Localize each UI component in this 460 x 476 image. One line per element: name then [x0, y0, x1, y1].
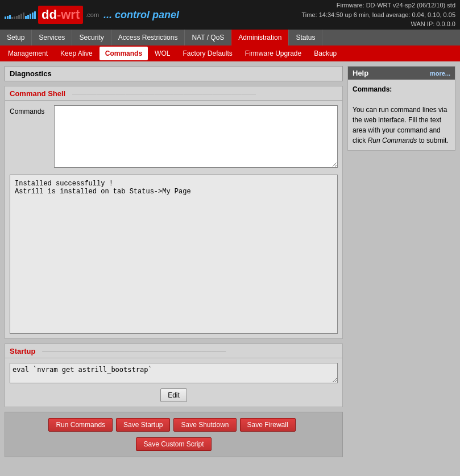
help-header: Help more... — [348, 67, 455, 80]
bar9 — [23, 13, 24, 19]
bar3 — [9, 15, 11, 19]
help-more-link[interactable]: more... — [430, 70, 450, 77]
command-shell-title: Command Shell ──────────────────────────… — [5, 86, 342, 101]
logo-wrapper: dd-wrt .com ... control panel — [5, 6, 179, 24]
startup-input[interactable] — [10, 363, 338, 383]
sub-tab-firmware[interactable]: Firmware Upgrade — [239, 47, 307, 60]
nav-tab-access[interactable]: Access Restrictions — [111, 30, 185, 45]
help-panel: Help more... Commands: You can run comma… — [347, 66, 455, 457]
header-info: Firmware: DD-WRT v24-sp2 (06/12/10) std … — [302, 1, 456, 29]
diagnostics-title: Diagnostics — [10, 69, 52, 78]
main-content: Diagnostics Command Shell ──────────────… — [5, 66, 343, 457]
help-section-label: Commands: — [353, 85, 392, 93]
nav-tab-security[interactable]: Security — [72, 30, 111, 45]
bar5 — [14, 16, 15, 19]
nav-tab-setup[interactable]: Setup — [0, 30, 32, 45]
startup-body: Edit — [5, 358, 342, 407]
nav-tab-status[interactable]: Status — [289, 30, 322, 45]
startup-section: Startup ────────────────────────────────… — [5, 343, 343, 407]
command-shell-body: Commands — [5, 101, 342, 172]
bottom-buttons: Run Commands Save Startup Save Shutdown … — [5, 412, 343, 457]
bar13 — [32, 13, 34, 19]
help-body-text: You can run command lines via the web in… — [353, 106, 449, 144]
logo-box: dd-wrt — [38, 6, 83, 24]
bar1 — [5, 16, 6, 19]
sub-tab-keepalive[interactable]: Keep Alive — [55, 47, 98, 60]
command-shell-section: Command Shell ──────────────────────────… — [5, 86, 343, 339]
command-output: Installed successfully ! Astrill is inst… — [10, 175, 338, 334]
save-startup-button[interactable]: Save Startup — [116, 418, 170, 432]
sub-tab-management[interactable]: Management — [2, 47, 53, 60]
help-box: Help more... Commands: You can run comma… — [347, 66, 455, 151]
help-title: Help — [353, 69, 368, 77]
sub-tab-wol[interactable]: WOL — [149, 47, 176, 60]
sub-tab-factory[interactable]: Factory Defaults — [177, 47, 238, 60]
control-panel-label: ... control panel — [103, 9, 179, 21]
save-custom-script-button[interactable]: Save Custom Script — [136, 437, 211, 451]
edit-btn-row: Edit — [10, 388, 338, 402]
edit-button[interactable]: Edit — [160, 388, 187, 402]
bar10 — [25, 16, 27, 19]
run-commands-button[interactable]: Run Commands — [48, 418, 113, 432]
signal-bars — [5, 11, 36, 19]
bar11 — [27, 15, 29, 19]
sub-tab-backup[interactable]: Backup — [308, 47, 342, 60]
commands-label: Commands — [10, 105, 49, 115]
bar14 — [34, 11, 36, 19]
firmware-text: Firmware: DD-WRT v24-sp2 (06/12/10) std — [302, 1, 456, 10]
content-wrapper: Diagnostics Command Shell ──────────────… — [0, 61, 460, 462]
save-firewall-button[interactable]: Save Firewall — [240, 418, 296, 432]
logo-domain: .com — [85, 11, 99, 18]
bar8 — [20, 14, 22, 19]
bar12 — [30, 14, 31, 19]
sub-tabs: ManagementKeep AliveCommandsWOLFactory D… — [0, 45, 460, 61]
nav-tab-services[interactable]: Services — [32, 30, 72, 45]
bar2 — [7, 16, 9, 19]
bar6 — [16, 16, 18, 19]
wan-text: WAN IP: 0.0.0.0 — [302, 19, 456, 29]
command-input[interactable] — [54, 105, 338, 168]
header: dd-wrt .com ... control panel Firmware: … — [0, 0, 460, 30]
diagnostics-section-header: Diagnostics — [5, 66, 343, 81]
help-body: Commands: You can run command lines via … — [348, 80, 455, 150]
nav-tab-nat[interactable]: NAT / QoS — [185, 30, 231, 45]
bar4 — [11, 17, 13, 19]
bar7 — [18, 15, 20, 19]
time-text: Time: 14:34:50 up 6 min, load average: 0… — [302, 10, 456, 20]
save-shutdown-button[interactable]: Save Shutdown — [173, 418, 236, 432]
startup-title: Startup ────────────────────────────────… — [5, 344, 342, 358]
nav-tabs: SetupServicesSecurityAccess Restrictions… — [0, 30, 460, 45]
logo-text: dd-wrt — [42, 7, 80, 22]
nav-tab-administration[interactable]: Administration — [231, 30, 289, 45]
sub-tab-commands[interactable]: Commands — [100, 47, 148, 60]
